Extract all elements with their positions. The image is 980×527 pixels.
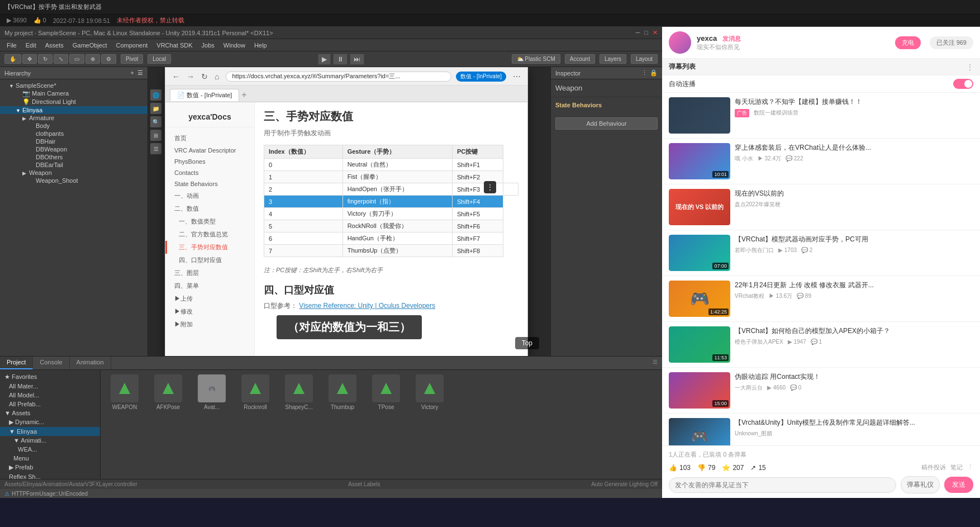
sidebar-link-home[interactable]: 首页: [165, 132, 254, 145]
sidebar-link-upload[interactable]: ▶上传: [165, 292, 254, 305]
sidebar-link-addon[interactable]: ▶附加: [165, 318, 254, 331]
hierarchy-item-samplescene[interactable]: ▼SampleScene*: [0, 82, 148, 89]
layout-btn[interactable]: Layout: [631, 54, 658, 64]
hierarchy-item-armature[interactable]: ▶Armature: [0, 114, 148, 122]
sidebar-link-gesture[interactable]: 三、手势对应数值: [165, 241, 254, 254]
tool-transform[interactable]: ⊕: [85, 54, 100, 64]
hierarchy-item-body[interactable]: Body: [0, 122, 148, 130]
menu-edit[interactable]: Edit: [21, 41, 41, 50]
bili-follow-btn[interactable]: 已关注 969: [930, 36, 973, 49]
scene-icon-5[interactable]: ☰: [150, 143, 161, 154]
menu-file[interactable]: File: [2, 41, 21, 50]
tool-rect[interactable]: ▭: [69, 54, 84, 64]
menu-vrchat-sdk[interactable]: VRChat SDK: [152, 41, 197, 50]
bili-gift-btn[interactable]: 弹幕礼仪: [901, 476, 940, 493]
bili-danmu-settings[interactable]: ⋮: [967, 63, 973, 71]
hierarchy-item-clothpants[interactable]: clothpants: [0, 130, 148, 137]
browser-tab-active[interactable]: 📄 数值 - [InPrivate]: [170, 89, 239, 101]
hierarchy-item-dbothers[interactable]: DBOthers: [0, 153, 148, 161]
menu-jobs[interactable]: Jobs: [197, 41, 219, 50]
tree-item-all-materials[interactable]: All Mater...: [0, 382, 100, 391]
pivot-btn[interactable]: Pivot: [121, 54, 143, 64]
menu-help[interactable]: Help: [250, 41, 272, 50]
sidebar-link-layers[interactable]: 三、图层: [165, 267, 254, 279]
local-btn[interactable]: Local: [148, 54, 171, 64]
bili-note-btn[interactable]: 笔记: [950, 463, 963, 472]
asset-shapeyc[interactable]: ShapeyC...: [279, 374, 318, 410]
maximize-btn[interactable]: □: [644, 29, 648, 36]
sidebar-link-vrc[interactable]: VRC Avatar Descriptor: [165, 145, 254, 156]
tree-item-dynamic[interactable]: ▶ Dynamic...: [0, 417, 100, 427]
menu-window[interactable]: Window: [219, 41, 250, 50]
sidebar-link-menu[interactable]: 四、菜单: [165, 279, 254, 292]
pause-btn[interactable]: ⏸: [333, 54, 348, 65]
bili-danmu-input[interactable]: [669, 477, 896, 493]
bili-video-item[interactable]: 11:53 【VRChat】如何给自己的模型加入APEX的小箱子？ 橙色子弹加入…: [662, 322, 980, 368]
tab-project[interactable]: Project: [0, 357, 33, 369]
bili-video-item[interactable]: 07:00 【VRChat】模型武器动画对应手势，PC可用 若即小熊在门口 ▶ …: [662, 230, 980, 276]
asset-tpose[interactable]: TPose: [367, 374, 406, 410]
browser-more[interactable]: ⋯: [511, 71, 523, 82]
plastic-scm-btn[interactable]: ⛅ Plastic SCM: [512, 54, 560, 64]
tree-item-favorites[interactable]: ★ Favorites: [0, 372, 100, 382]
sidebar-link-official[interactable]: 二、官方数值总览: [165, 228, 254, 241]
tree-item-animation[interactable]: ▼ Animati...: [0, 436, 100, 445]
sidebar-link-viseme[interactable]: 四、口型对应值: [165, 254, 254, 267]
tool-move[interactable]: ✥: [22, 54, 37, 64]
browser-home[interactable]: ⌂: [212, 71, 221, 82]
hierarchy-item-maincamera[interactable]: 📷 Main Camera: [0, 89, 148, 98]
bili-video-item[interactable]: 15:00 伪眼动追踪 用Contact实现！ 一大两云台 ▶ 4660 💬 0: [662, 368, 980, 414]
sidebar-link-contacts[interactable]: Contacts: [165, 167, 254, 178]
asset-victory[interactable]: Victory: [410, 374, 449, 410]
tree-item-elinyaa[interactable]: ▼ Elinyaa: [0, 427, 100, 436]
close-btn[interactable]: ✕: [653, 29, 658, 36]
hierarchy-menu-btn[interactable]: ☰: [137, 69, 143, 77]
bili-charge-btn[interactable]: 充电: [895, 36, 921, 49]
sidebar-link-values[interactable]: 二、数值: [165, 202, 254, 215]
project-panel-collapse[interactable]: ☰: [648, 357, 662, 369]
bili-video-item[interactable]: 现在的 VS 以前的 现在的VS以前的 盘点2022年爆笑梗: [662, 184, 980, 230]
account-btn[interactable]: Account: [565, 54, 595, 64]
asset-thumbup[interactable]: Thumbup: [323, 374, 362, 410]
asset-weapon[interactable]: WEAPON: [105, 374, 144, 410]
hierarchy-item-dbeartail[interactable]: DBEarTail: [0, 161, 148, 169]
asset-afkpose[interactable]: AFKPose: [149, 374, 188, 410]
bili-video-item[interactable]: 🎮 03:32 【Vrchat&Unity】Unity模型上传及制作常见问题超详…: [662, 414, 980, 445]
asset-avat[interactable]: 🎮 Avat...: [192, 374, 231, 410]
tree-item-assets[interactable]: ▼ Assets: [0, 409, 100, 417]
browser-back[interactable]: ←: [170, 71, 182, 82]
bili-stat-shares[interactable]: ↗ 15: [750, 464, 765, 472]
bili-send-btn[interactable]: 发送: [944, 477, 973, 493]
top-button[interactable]: Top: [515, 337, 539, 349]
sidebar-link-physbones[interactable]: PhysBones: [165, 156, 254, 167]
bili-video-item[interactable]: 10:01 穿上体感套装后，在VRChat让人是什么体验... 哦 小水 ▶ 3…: [662, 139, 980, 184]
scene-icon-2[interactable]: 📁: [150, 103, 161, 114]
hierarchy-item-dirlight[interactable]: 💡 Directional Light: [0, 98, 148, 106]
sidebar-link-statebehaviors[interactable]: State Behaviors: [165, 178, 254, 189]
tool-custom[interactable]: ⚙: [101, 54, 116, 64]
tab-console[interactable]: Console: [33, 357, 69, 369]
inspector-lock-btn[interactable]: 🔒: [650, 69, 658, 77]
hierarchy-item-dbhair[interactable]: DBHair: [0, 137, 148, 145]
scene-icon-3[interactable]: 🔍: [150, 116, 161, 127]
tree-item-wea[interactable]: WEA...: [0, 445, 100, 454]
hierarchy-item-elinyaa[interactable]: ▼Elinyaa: [0, 106, 148, 114]
browser-refresh[interactable]: ↻: [199, 71, 210, 82]
tree-item-all-models[interactable]: All Model...: [0, 391, 100, 400]
layers-btn[interactable]: Layers: [600, 54, 626, 64]
tree-item-menu[interactable]: Menu: [0, 454, 100, 463]
new-tab-btn[interactable]: +: [241, 90, 246, 100]
hierarchy-item-weapon-shoot[interactable]: Weapon_Shoot: [0, 177, 148, 184]
tree-item-prefab[interactable]: ▶ Prefab: [0, 463, 100, 472]
tree-item-reflex[interactable]: Reflex Sh...: [0, 472, 100, 479]
tab-animation[interactable]: Animation: [70, 357, 111, 369]
hierarchy-item-dbweapon[interactable]: DBWeapon: [0, 145, 148, 153]
bili-more-btn[interactable]: ⋮: [967, 463, 973, 472]
minimize-btn[interactable]: ─: [636, 29, 640, 36]
tool-rotate[interactable]: ↻: [38, 54, 53, 64]
sidebar-link-valuetypes[interactable]: 一、数值类型: [165, 215, 254, 228]
bili-video-item[interactable]: 🎮 1:42:25 22年1月24日更新 上传 改模 修改衣服 武器开... V…: [662, 276, 980, 322]
asset-rocknroll[interactable]: Rocknroll: [236, 374, 275, 410]
add-behaviour-btn[interactable]: Add Behaviour: [555, 117, 658, 130]
play-btn[interactable]: ▶: [318, 54, 331, 65]
